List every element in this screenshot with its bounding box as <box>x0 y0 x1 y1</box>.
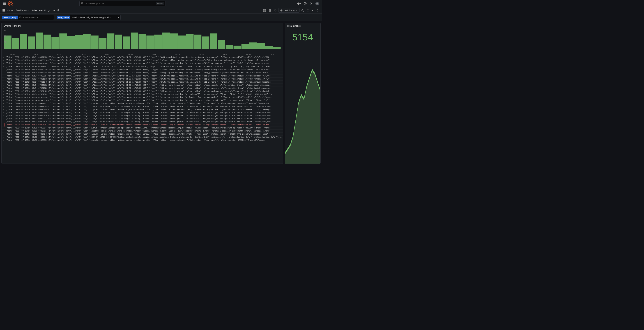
expand-icon[interactable]: ▶ <box>2 139 4 142</box>
panel-view-button[interactable] <box>262 9 267 13</box>
panel-header: Events Timeline <box>2 23 283 28</box>
x-label-10: 09:20 <box>246 54 251 56</box>
expand-icon[interactable]: ▶ <box>2 111 4 114</box>
expand-icon[interactable]: ▶ <box>2 120 4 123</box>
expand-icon[interactable]: ▶ <box>2 108 4 111</box>
grafana-logo[interactable] <box>8 1 13 6</box>
log-row[interactable]: ▶{"time":"2024-07-16T16:05:04.079501025Z… <box>2 84 283 87</box>
expand-icon[interactable]: ▶ <box>2 105 4 108</box>
log-table-area[interactable]: ▶{"time":"2024-07-16T16:05:04.086411332Z… <box>2 56 283 163</box>
log-row[interactable]: ▶{"time":"2024-07-16T16:05:03.994296369Z… <box>2 114 283 117</box>
log-row[interactable]: ▶{"time":"2024-07-16T16:05:03.994265449Z… <box>2 126 283 129</box>
menu-button[interactable] <box>2 1 7 6</box>
expand-icon[interactable]: ▶ <box>2 81 4 84</box>
log-row[interactable]: ▶{"time":"2024-07-16T16:05:04.086381184Z… <box>2 59 283 62</box>
expand-icon[interactable]: ▶ <box>2 59 4 62</box>
log-row[interactable]: ▶{"time":"2024-07-16T16:05:03.994299378Z… <box>2 117 283 120</box>
share-icon[interactable] <box>57 9 59 12</box>
expand-icon[interactable]: ▶ <box>2 133 4 136</box>
x-label-4: 08:50 <box>104 54 109 56</box>
breadcrumb-home[interactable]: Home <box>7 9 13 12</box>
time-range-label: Last 1 hour <box>284 9 295 12</box>
expand-icon[interactable]: ▶ <box>2 84 4 87</box>
expand-icon[interactable]: ▶ <box>2 96 4 99</box>
log-row[interactable]: ▶{"time":"2024-07-16T16:05:04.086411332Z… <box>2 56 283 59</box>
log-row[interactable]: ▶{"time":"2024-07-16T16:05:04.079518022Z… <box>2 93 283 96</box>
total-events-title: Total Events <box>287 25 300 27</box>
bell-button[interactable] <box>309 2 313 6</box>
log-row[interactable]: ▶{"time":"2024-07-16T16:05:03.898333992Z… <box>2 139 283 142</box>
add-button[interactable]: ▾ <box>296 2 302 6</box>
svg-line-25 <box>58 10 58 10</box>
expand-icon[interactable]: ▶ <box>2 87 4 90</box>
expand-icon[interactable]: ▶ <box>2 99 4 102</box>
time-picker-button[interactable]: Last 1 hour ▾ <box>278 8 300 13</box>
expand-icon[interactable]: ▶ <box>2 129 4 133</box>
search-query-label[interactable]: Search Query <box>2 16 18 19</box>
collapse-button[interactable] <box>315 9 320 13</box>
log-row[interactable]: ▶{"time":"2024-07-16T16:05:04.079398840Z… <box>2 75 283 78</box>
log-row[interactable]: ▶{"time":"2024-07-16T16:05:04.079510204Z… <box>2 87 283 90</box>
log-row[interactable]: ▶{"time":"2024-07-16T16:05:03.994290545Z… <box>2 108 283 111</box>
log-content: {"time":"2024-07-16T16:05:04.086381184Z"… <box>4 59 283 62</box>
log-row[interactable]: ▶{"time":"2024-07-16T16:05:04.086398801Z… <box>2 62 283 65</box>
save-button[interactable] <box>268 9 272 13</box>
log-row[interactable]: ▶{"time":"2024-07-16T16:05:03.994273467Z… <box>2 133 283 136</box>
user-avatar[interactable] <box>314 1 320 6</box>
expand-icon[interactable]: ▶ <box>2 123 4 126</box>
log-row[interactable]: ▶{"time":"2024-07-16T16:05:04.079311757Z… <box>2 78 283 81</box>
expand-icon[interactable]: ▶ <box>2 71 4 75</box>
log-content: {"time":"2024-07-16T16:05:03.948881408Z"… <box>4 136 283 139</box>
refresh-options-button[interactable]: ▾ <box>311 8 314 13</box>
search-input[interactable] <box>80 1 166 6</box>
breadcrumb-dashboards[interactable]: Dashboards <box>16 9 28 12</box>
log-content: {"time":"2024-07-16T16:05:04.079501025Z"… <box>4 84 283 87</box>
log-row[interactable]: ▶{"time":"2024-07-16T16:05:03.994275757Z… <box>2 120 283 123</box>
svg-rect-53 <box>59 34 67 49</box>
log-row[interactable]: ▶{"time":"2024-07-16T16:05:04.079301582Z… <box>2 96 283 99</box>
expand-icon[interactable]: ▶ <box>2 62 4 65</box>
svg-point-18 <box>316 3 318 4</box>
log-row[interactable]: ▶{"time":"2024-07-16T16:05:04.082779319Z… <box>2 71 283 75</box>
log-row[interactable]: ▶{"time":"2024-07-16T16:05:03.994293493Z… <box>2 111 283 114</box>
expand-icon[interactable]: ▶ <box>2 68 4 71</box>
log-row[interactable]: ▶{"time":"2024-07-16T16:05:03.994278217Z… <box>2 102 283 105</box>
settings-button[interactable] <box>273 9 278 13</box>
expand-icon[interactable]: ▶ <box>2 114 4 117</box>
expand-icon[interactable]: ▶ <box>2 93 4 96</box>
zoom-out-button[interactable] <box>300 9 305 13</box>
help-button[interactable]: ? <box>303 2 307 6</box>
expand-icon[interactable]: ▶ <box>2 78 4 81</box>
expand-icon[interactable]: ▶ <box>2 117 4 120</box>
log-row[interactable]: ▶{"time":"2024-07-16T16:05:04.079514296Z… <box>2 90 283 93</box>
log-row[interactable]: ▶{"time":"2024-07-16T16:05:03.994242876Z… <box>2 123 283 126</box>
log-row[interactable]: ▶{"time":"2024-07-16T16:05:04.086403472"… <box>2 65 283 68</box>
log-content: {"time":"2024-07-16T16:05:04.079311757Z"… <box>4 78 283 81</box>
svg-rect-80 <box>273 47 281 49</box>
sidebar-toggle[interactable] <box>2 9 6 12</box>
total-events-mini-chart <box>285 44 320 163</box>
log-row[interactable]: ▶{"time":"2024-07-16T16:05:04.079130109Z… <box>2 99 283 102</box>
expand-icon[interactable]: ▶ <box>2 75 4 78</box>
log-row[interactable]: ▶{"time":"2024-07-16T16:05:03.948881408Z… <box>2 136 283 139</box>
star-icon[interactable]: ★ <box>53 9 55 12</box>
expand-icon[interactable]: ▶ <box>2 126 4 129</box>
x-label-2: 08:40 <box>58 54 62 56</box>
refresh-button[interactable] <box>306 9 310 13</box>
svg-rect-67 <box>170 34 178 49</box>
expand-icon[interactable]: ▶ <box>2 56 4 59</box>
log-row[interactable]: ▶{"time":"2024-07-16T16:05:03.994285053Z… <box>2 105 283 108</box>
log-content: {"time":"2024-07-16T16:05:03.994275757Z"… <box>4 120 283 123</box>
log-row[interactable]: ▶{"time":"2024-07-16T16:05:03.994270744Z… <box>2 129 283 133</box>
log-row[interactable]: ▶{"time":"2024-07-16T16:05:04.086407104Z… <box>2 68 283 71</box>
log-row[interactable]: ▶{"time":"2024-07-16T16:05:04.079315456Z… <box>2 81 283 84</box>
svg-rect-1 <box>3 4 6 4</box>
expand-icon[interactable]: ▶ <box>2 136 4 139</box>
log-group-select[interactable]: /aws/containerinsights/test-cw/applicati… <box>70 15 120 20</box>
expand-icon[interactable]: ▶ <box>2 90 4 93</box>
global-search[interactable]: cmd+k <box>80 1 166 6</box>
search-query-input[interactable] <box>18 15 54 20</box>
top-nav: cmd+k ▾ ? <box>0 0 322 7</box>
expand-icon[interactable]: ▶ <box>2 65 4 68</box>
expand-icon[interactable]: ▶ <box>2 102 4 105</box>
